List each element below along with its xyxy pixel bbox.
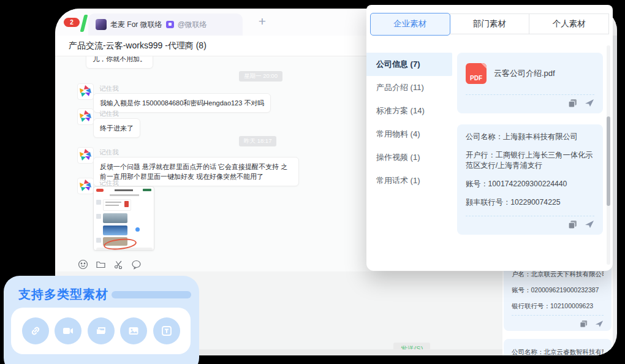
send-icon[interactable] [595, 320, 604, 328]
material-line: 银行联行号：102100009623 [512, 298, 604, 314]
new-tab-button[interactable]: + [254, 13, 271, 31]
chat-title: 产品交流-云客-works999 -代理商 (8) [69, 40, 206, 51]
smiley-icon[interactable] [77, 259, 88, 270]
screenshot-canvas: 2 老麦 For 微联络 @微联络 + 产品交流-云客-works999 -代理… [0, 0, 625, 364]
pdf-material-card[interactable]: PDF 云客公司介绍.pdf [457, 53, 603, 113]
category-common-scripts[interactable]: 常用话术 (1) [366, 169, 452, 192]
green-accent-icon [80, 15, 88, 32]
materials-panel: 企业素材 部门素材 个人素材 公司信息 (7) 产品介绍 (11) 标准方案 (… [366, 5, 613, 271]
video-icon[interactable] [55, 317, 81, 344]
image-icon[interactable] [120, 317, 147, 344]
materials-content: PDF 云客公司介绍.pdf [457, 53, 603, 235]
send-icon[interactable] [585, 220, 594, 229]
comment-icon[interactable] [131, 259, 142, 270]
text-material-card[interactable]: 公司名称：上海颢丰科技有限公司 开户行：工商银行上海长三角一体化示范区支行/上海… [457, 124, 603, 235]
chat-bubble: 我输入额是你 15000084680和密码Hengdao123 不对吗 [93, 93, 271, 113]
timestamp-chip: 昨天 18:17 [239, 136, 276, 146]
tab-department-materials[interactable]: 部门素材 [450, 13, 530, 34]
tab-enterprise-materials[interactable]: 企业素材 [370, 13, 450, 36]
folder-icon[interactable] [88, 317, 115, 344]
wecom-mini-badge-icon [166, 21, 174, 28]
category-common-materials[interactable]: 常用物料 (4) [366, 123, 452, 146]
timestamp-chip: 星期一 20:00 [239, 71, 282, 82]
pdf-file-icon: PDF [466, 63, 487, 84]
category-list: 公司信息 (7) 产品介绍 (11) 标准方案 (14) 常用物料 (4) 操作… [366, 44, 452, 192]
link-icon[interactable] [22, 317, 49, 344]
material-card[interactable]: 公司名称：北京云睿数智科技有限公 [504, 339, 612, 355]
scissors-icon[interactable] [113, 259, 124, 270]
material-line: 账号：0200096219000232387 [512, 282, 604, 298]
scrollbar-thumb[interactable] [607, 116, 610, 206]
category-standard-plan[interactable]: 标准方案 (14) [366, 99, 452, 123]
chat-bubble-partial: 儿，你就不用加。 [86, 56, 153, 69]
sender-name: 记住我 [99, 110, 119, 118]
chat-input-toolbar [77, 259, 142, 270]
promo-card: 支持多类型素材 [4, 276, 199, 364]
tab-title: 老麦 For 微联络 [110, 20, 162, 30]
info-line: 颢丰联行号：102290074225 [466, 197, 594, 208]
category-operation-video[interactable]: 操作视频 (1) [366, 146, 452, 169]
sender-name: 记住我 [99, 148, 119, 157]
copy-icon[interactable] [580, 320, 588, 328]
chat-bubble: 终于进来了 [93, 118, 140, 138]
promo-icon-box [11, 308, 191, 354]
info-line: 账号：1001742209300224440 [466, 179, 594, 189]
send-icon[interactable] [585, 99, 594, 107]
copy-icon[interactable] [568, 220, 577, 229]
materials-tabs: 企业素材 部门素材 个人素材 [370, 13, 609, 35]
tab-personal-materials[interactable]: 个人素材 [529, 13, 609, 34]
info-line: 公司名称：上海颢丰科技有限公司 [466, 132, 594, 142]
app-logo-icon [96, 19, 107, 30]
avatar[interactable] [77, 178, 94, 194]
avatar[interactable] [77, 108, 94, 125]
text-icon[interactable] [153, 317, 180, 344]
tab-mention-label: @微联络 [178, 20, 207, 30]
chat-screenshot-image[interactable] [93, 186, 154, 251]
active-tab[interactable]: 老麦 For 微联络 @微联络 [88, 13, 243, 36]
copy-icon[interactable] [568, 99, 577, 108]
info-line: 开户行：工商银行上海长三角一体化示范区支行/上海青浦支行 [466, 150, 594, 171]
sender-name: 记住我 [99, 85, 119, 93]
category-company-info[interactable]: 公司信息 (7) [366, 53, 452, 76]
chat-bubble: 反馈一个问题 悬浮就在群里面点开的话 它会直接提醒不支持 之前一直用那个群里面一… [93, 157, 299, 186]
folder-icon[interactable] [95, 259, 106, 270]
category-product-intro[interactable]: 产品介绍 (11) [366, 76, 452, 99]
promo-accent-bar [112, 291, 191, 298]
unread-count-badge: 2 [64, 18, 80, 27]
avatar[interactable] [77, 83, 94, 100]
avatar[interactable] [77, 147, 94, 164]
pdf-filename: 云客公司介绍.pdf [494, 68, 555, 79]
promo-title: 支持多类型素材 [18, 286, 108, 303]
material-line: 公司名称：北京云睿数智科技有限公 [512, 344, 604, 355]
